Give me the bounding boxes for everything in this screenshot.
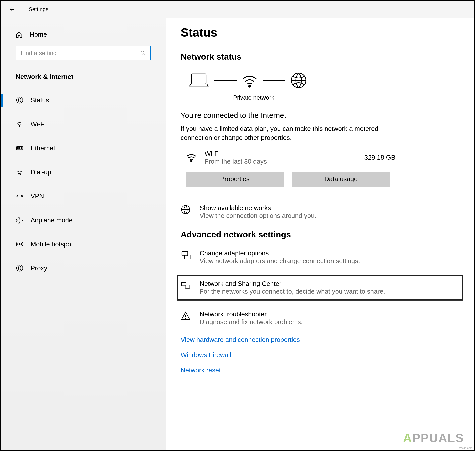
svg-point-14 — [19, 244, 20, 245]
sidebar-item-ethernet[interactable]: Ethernet — [1, 136, 166, 160]
dialup-icon — [16, 168, 24, 176]
page-title: Status — [181, 26, 459, 39]
home-icon — [16, 31, 23, 38]
sidebar-home-label: Home — [30, 31, 47, 38]
sidebar-nav: Status Wi-Fi Ethernet — [1, 88, 166, 280]
diagram-caption: Private network — [233, 94, 459, 101]
wifi-usage-value: 329.18 GB — [364, 154, 395, 161]
list-item-sub: For the networks you connect to, decide … — [200, 288, 385, 295]
sidebar-item-label: Dial-up — [31, 168, 51, 176]
window-body: Home Network & Internet Status — [1, 18, 474, 450]
svg-point-8 — [19, 173, 20, 174]
svg-point-10 — [19, 174, 19, 175]
wifi-name: Wi-Fi — [205, 150, 364, 158]
list-item-title: Show available networks — [200, 204, 316, 212]
list-item-sub: Diagnose and fix network problems. — [200, 318, 303, 326]
vpn-icon — [16, 192, 24, 200]
sidebar-item-label: Ethernet — [31, 144, 55, 152]
ethernet-icon — [16, 144, 24, 152]
sidebar-home[interactable]: Home — [1, 26, 166, 46]
diagram-line — [214, 80, 237, 81]
sidebar-section-title: Network & Internet — [1, 68, 166, 88]
sidebar-item-label: Airplane mode — [31, 216, 73, 224]
globe-diagram-icon — [290, 72, 307, 89]
list-item-sub: View the connection options around you. — [200, 212, 316, 220]
sidebar-item-airplane[interactable]: Airplane mode — [1, 208, 166, 232]
properties-button[interactable]: Properties — [186, 172, 284, 187]
back-button[interactable] — [8, 5, 17, 14]
credit: wsxdn.com — [459, 446, 472, 449]
connected-desc: If you have a limited data plan, you can… — [181, 124, 388, 142]
sidebar-item-dialup[interactable]: Dial-up — [1, 160, 166, 184]
window-header: Settings — [1, 1, 474, 18]
list-item-title: Network and Sharing Center — [200, 280, 385, 288]
adapter-options-item[interactable]: Change adapter options View network adap… — [181, 249, 459, 265]
sidebar-item-label: VPN — [31, 192, 44, 200]
connected-title: You're connected to the Internet — [181, 111, 459, 120]
svg-rect-6 — [21, 148, 22, 149]
sidebar-item-wifi[interactable]: Wi-Fi — [1, 112, 166, 136]
diagram-line — [263, 80, 285, 81]
main-content: Status Network status Private network Yo… — [166, 18, 474, 450]
show-networks-item[interactable]: Show available networks View the connect… — [181, 204, 459, 220]
svg-point-13 — [21, 195, 23, 197]
wifi-sub: From the last 30 days — [205, 158, 364, 165]
wifi-diagram-icon — [241, 72, 258, 89]
svg-rect-4 — [17, 148, 18, 149]
window-title: Settings — [29, 6, 49, 13]
svg-point-7 — [18, 173, 19, 174]
back-arrow-icon — [9, 6, 16, 13]
watermark: AAPPUALSPPUALS — [403, 431, 464, 445]
sidebar-item-proxy[interactable]: Proxy — [1, 256, 166, 280]
warning-icon — [181, 311, 192, 322]
search-wrap — [1, 46, 166, 68]
sidebar-item-label: Status — [31, 96, 49, 104]
adapter-icon — [181, 250, 192, 261]
sidebar: Home Network & Internet Status — [1, 18, 166, 450]
search-icon — [140, 50, 146, 56]
wifi-icon — [186, 152, 197, 163]
sidebar-item-hotspot[interactable]: Mobile hotspot — [1, 232, 166, 256]
sidebar-item-vpn[interactable]: VPN — [1, 184, 166, 208]
sharing-center-item[interactable]: Network and Sharing Center For the netwo… — [177, 275, 463, 300]
network-diagram — [188, 72, 459, 89]
svg-point-17 — [249, 85, 250, 87]
settings-window: Settings Home Network & Internet — [0, 0, 475, 451]
svg-rect-16 — [192, 74, 206, 84]
wifi-info: Wi-Fi From the last 30 days — [205, 150, 364, 165]
globe-icon — [181, 205, 192, 216]
link-firewall[interactable]: Windows Firewall — [181, 351, 459, 359]
sidebar-item-status[interactable]: Status — [1, 88, 166, 112]
proxy-icon — [16, 264, 24, 272]
svg-point-2 — [19, 126, 20, 127]
svg-point-0 — [141, 51, 144, 54]
wifi-usage-row: Wi-Fi From the last 30 days 329.18 GB — [186, 150, 395, 165]
svg-rect-5 — [19, 148, 20, 149]
troubleshooter-item[interactable]: Network troubleshooter Diagnose and fix … — [181, 310, 459, 326]
network-status-heading: Network status — [181, 52, 459, 62]
wifi-icon — [16, 120, 24, 128]
list-item-title: Network troubleshooter — [200, 310, 303, 318]
search-input[interactable] — [21, 50, 140, 57]
button-row: Properties Data usage — [186, 172, 459, 187]
list-item-title: Change adapter options — [200, 249, 360, 257]
svg-point-12 — [17, 195, 18, 197]
svg-point-19 — [191, 160, 192, 162]
sidebar-item-label: Proxy — [31, 264, 47, 272]
hotspot-icon — [16, 240, 24, 248]
data-usage-button[interactable]: Data usage — [292, 172, 390, 187]
svg-point-9 — [21, 173, 21, 174]
list-item-sub: View network adapters and change connect… — [200, 257, 360, 265]
sidebar-item-label: Mobile hotspot — [31, 240, 73, 248]
advanced-heading: Advanced network settings — [181, 230, 459, 239]
laptop-icon — [188, 72, 210, 89]
svg-point-25 — [185, 318, 186, 319]
link-reset[interactable]: Network reset — [181, 366, 459, 374]
sidebar-item-label: Wi-Fi — [31, 120, 46, 128]
svg-point-11 — [20, 174, 21, 175]
link-hardware[interactable]: View hardware and connection properties — [181, 336, 459, 344]
sharing-icon — [181, 280, 192, 292]
airplane-icon — [16, 216, 24, 224]
globe-icon — [16, 96, 24, 104]
search-box[interactable] — [16, 46, 151, 60]
